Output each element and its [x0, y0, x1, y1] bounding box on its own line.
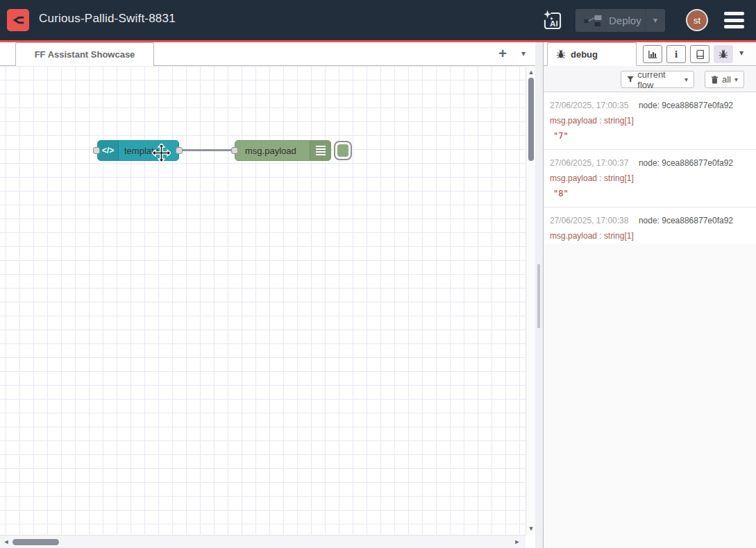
message-source-node: node: 9cea886877e0fa92 [639, 158, 733, 168]
add-flow-button[interactable]: + [494, 45, 511, 62]
debug-clear-button[interactable]: all ▾ [705, 71, 744, 88]
flow-list-caret[interactable]: ▾ [516, 46, 530, 60]
chevron-down-icon: ▾ [734, 76, 738, 83]
debug-enable-toggle[interactable] [334, 141, 352, 160]
hamburger-bar [724, 19, 744, 22]
dashboard-tab-button[interactable] [643, 45, 662, 63]
instance-title: Curious-Pallid-Swift-8831 [39, 12, 176, 26]
message-property[interactable]: msg.payload : string[1] [550, 228, 750, 243]
sidebar: debug i [543, 42, 756, 548]
help-tab-button[interactable] [690, 45, 709, 63]
message-property[interactable]: msg.payload : string[1] [550, 171, 750, 186]
user-avatar[interactable]: st [686, 9, 708, 31]
sidebar-tabbar: debug i [544, 42, 756, 66]
canvas-horizontal-scrollbar[interactable]: ◄ ► [0, 535, 526, 548]
message-value: "8" [550, 186, 750, 201]
sidebar-tab-debug[interactable]: debug [547, 42, 637, 66]
move-cursor-icon [152, 144, 171, 162]
debug-output-icon [310, 141, 330, 160]
debug-message: 27/06/2025, 17:00:35 node: 9cea886877e0f… [544, 92, 756, 150]
main-menu-button[interactable] [724, 12, 744, 28]
funnel-icon [627, 76, 634, 83]
debug-tab-button[interactable] [714, 45, 733, 63]
header-bar: Curious-Pallid-Swift-8831 AI Deploy ▾ st [0, 0, 756, 40]
code-icon: </> [98, 141, 119, 160]
canvas-vertical-scrollbar[interactable]: ▲ ▼ [526, 66, 535, 535]
message-source-node: node: 9cea886877e0fa92 [639, 101, 733, 110]
scroll-right-arrow[interactable]: ► [512, 537, 522, 547]
book-icon [695, 49, 705, 60]
ai-assistant-icon: AI [541, 10, 564, 32]
info-icon: i [675, 49, 678, 60]
hamburger-bar [724, 25, 744, 28]
deploy-options-caret[interactable]: ▾ [645, 9, 665, 32]
node-debug-label: msg.payload [240, 146, 302, 156]
flowfuse-logo-glyph [10, 12, 26, 28]
debug-filter-button[interactable]: current flow ▾ [621, 71, 694, 88]
node-red-app: Curious-Pallid-Swift-8831 AI Deploy ▾ st [0, 0, 756, 548]
horizontal-scroll-thumb[interactable] [12, 539, 59, 545]
message-value: "7" [550, 128, 750, 144]
chevron-down-icon: ▾ [684, 76, 688, 83]
sidebar-resize-gutter [535, 42, 543, 548]
scroll-down-arrow[interactable]: ▼ [526, 524, 536, 533]
hamburger-bar [724, 12, 744, 15]
debug-filter-label: current flow [637, 69, 681, 90]
bug-icon [556, 49, 566, 59]
ai-assistant-button[interactable]: AI [539, 7, 566, 35]
flow-tab-ff-assistant-showcase[interactable]: FF Assistant Showcase [15, 42, 154, 66]
message-source-node: node: 9cea886877e0fa92 [639, 216, 733, 225]
sidebar-tab-debug-label: debug [571, 49, 598, 60]
debug-input-port[interactable] [231, 147, 238, 154]
debug-list-empty-area [544, 244, 756, 548]
sidebar-resize-handle[interactable] [537, 264, 540, 328]
wire-template-to-debug [183, 149, 235, 151]
deploy-icon [584, 14, 602, 28]
debug-filter-toolbar: current flow ▾ all ▾ [544, 66, 756, 92]
deploy-label: Deploy [609, 15, 641, 26]
message-property[interactable]: msg.payload : string[1] [550, 113, 750, 128]
info-tab-button[interactable]: i [666, 45, 686, 63]
flow-tabbar: FF Assistant Showcase + ▾ [0, 42, 543, 66]
trash-icon [711, 76, 719, 84]
debug-message-list: 27/06/2025, 17:00:35 node: 9cea886877e0f… [544, 92, 756, 265]
bug-icon [719, 49, 728, 59]
flow-tab-label: FF Assistant Showcase [35, 49, 135, 60]
message-timestamp: 27/06/2025, 17:00:38 [550, 216, 628, 225]
flow-canvas[interactable]: </> template msg.payload [0, 66, 526, 535]
debug-clear-label: all [722, 74, 731, 85]
node-debug[interactable]: msg.payload [235, 140, 331, 161]
deploy-button[interactable]: Deploy ▾ [576, 9, 665, 32]
template-output-port[interactable] [176, 147, 183, 154]
template-input-port[interactable] [93, 147, 100, 154]
scroll-up-arrow[interactable]: ▲ [526, 67, 536, 77]
svg-text:AI: AI [550, 19, 558, 28]
scroll-left-arrow[interactable]: ◄ [1, 537, 11, 547]
debug-message: 27/06/2025, 17:00:37 node: 9cea886877e0f… [544, 150, 756, 207]
sidebar-tabs-caret[interactable]: ▾ [739, 48, 744, 58]
message-timestamp: 27/06/2025, 17:00:35 [550, 101, 628, 110]
workspace: FF Assistant Showcase + ▾ </> template m… [0, 42, 543, 548]
vertical-scroll-thumb[interactable] [528, 78, 534, 161]
message-timestamp: 27/06/2025, 17:00:37 [550, 158, 628, 168]
chart-icon [648, 49, 658, 60]
flowfuse-logo[interactable] [7, 9, 29, 31]
